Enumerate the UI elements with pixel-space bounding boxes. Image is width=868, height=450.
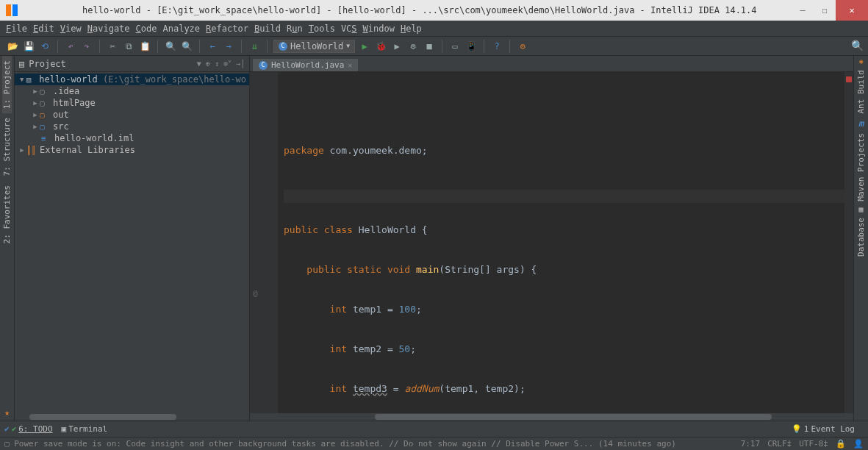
tool-terminal[interactable]: ▣ Terminal [62, 424, 108, 434]
status-caret-pos[interactable]: 7:17 [741, 439, 761, 449]
gear-icon[interactable]: ✻˅ [223, 60, 232, 68]
error-marker-icon[interactable] [846, 76, 852, 82]
maven-m-icon[interactable]: m [858, 118, 864, 129]
gutter: @ [250, 72, 278, 413]
menu-help[interactable]: Help [401, 24, 422, 34]
menu-analyze[interactable]: Analyze [163, 24, 201, 34]
run-config-dropdown[interactable]: C HelloWorld ▼ [273, 40, 355, 53]
tree-item-src[interactable]: ▶▢src [15, 121, 249, 132]
tool-ant[interactable]: Ant Build [856, 65, 866, 118]
collapse-icon[interactable]: ↕ [215, 60, 219, 68]
scrollbar-thumb[interactable] [29, 414, 176, 420]
sync-icon[interactable]: ⟲ [38, 40, 51, 53]
code-area[interactable]: package com.youmeek.demo; public class H… [278, 72, 844, 413]
find-icon[interactable]: 🔍 [164, 40, 177, 53]
project-panel-title: Project [29, 59, 193, 69]
replace-icon[interactable]: 🔍 [180, 40, 193, 53]
make-icon[interactable]: ⇊ [248, 40, 261, 53]
titlebar: hello-world - [E:\git_work_space\hello-w… [0, 0, 868, 21]
undo-icon[interactable]: ↶ [64, 40, 77, 53]
project-icon: ▤ [19, 59, 24, 69]
tool-project[interactable]: 1: Project [2, 56, 12, 113]
editor-area: C HelloWorld.java ✕ @ package com.youmee… [250, 56, 853, 421]
statusbar-icon[interactable]: ▢ [4, 439, 10, 449]
hector-icon[interactable]: 👤 [853, 439, 864, 449]
profiler-icon[interactable]: ⚙ [406, 40, 420, 53]
tool-structure[interactable]: 7: Structure [2, 113, 12, 180]
minimize-button[interactable]: — [792, 0, 814, 21]
maximize-button[interactable]: ☐ [814, 0, 836, 21]
tool-database[interactable]: Database [856, 213, 866, 261]
tab-helloworld[interactable]: C HelloWorld.java ✕ [253, 59, 358, 71]
override-gutter-icon[interactable]: @ [253, 288, 258, 298]
scrollbar-thumb[interactable] [375, 414, 772, 420]
tree-item-htmlpage[interactable]: ▶▢htmlPage [15, 97, 249, 109]
tool-todo[interactable]: ✔✔ 6: TODO [4, 424, 53, 434]
open-icon[interactable]: 📂 [6, 40, 19, 53]
chevron-down-icon: ▼ [346, 43, 350, 49]
class-icon: C [259, 61, 268, 70]
tree-item-iml[interactable]: ≡hello-world.iml [15, 132, 249, 144]
close-window-button[interactable]: ✕ [836, 0, 868, 21]
tool-favorites[interactable]: 2: Favorites [2, 181, 12, 248]
bottom-tool-stripe: ✔✔ 6: TODO ▣ Terminal 💡1 Event Log [0, 421, 868, 437]
error-stripe[interactable] [844, 72, 853, 413]
menu-navigate[interactable]: Navigate [87, 24, 130, 34]
tool-eventlog[interactable]: 💡1 Event Log [792, 424, 855, 434]
tree-item-idea[interactable]: ▶▢.idea [15, 85, 249, 97]
favorite-star-icon: ★ [4, 407, 10, 418]
menu-code[interactable]: Code [136, 24, 157, 34]
menu-refactor[interactable]: Refactor [206, 24, 248, 34]
hide-icon[interactable]: →│ [236, 60, 245, 68]
menu-build[interactable]: Build [254, 24, 281, 34]
cut-icon[interactable]: ✂ [106, 40, 119, 53]
database-icon[interactable]: ▦ [858, 205, 863, 213]
window-title: hello-world - [E:\git_work_space\hello-w… [24, 5, 792, 15]
sdk-icon[interactable]: 📱 [465, 40, 478, 53]
tree-root[interactable]: ▼▧ hello-world (E:\git_work_space\hello-… [15, 74, 249, 85]
save-icon[interactable]: 💾 [22, 40, 35, 53]
project-panel-header: ▤ Project ▼ ⊕ ↕ ✻˅ →│ [15, 56, 249, 72]
debug-icon[interactable]: 🐞 [374, 40, 387, 53]
class-icon: C [279, 42, 287, 51]
run-icon[interactable]: ▶ [358, 40, 371, 53]
svg-rect-1 [12, 4, 18, 16]
status-message[interactable]: Power save mode is on: Code insight and … [14, 439, 676, 449]
tree-item-out[interactable]: ▶▢out [15, 109, 249, 121]
status-line-sep[interactable]: CRLF‡ [767, 439, 792, 449]
structure-icon[interactable]: ⚙ [516, 40, 529, 53]
redo-icon[interactable]: ↷ [80, 40, 93, 53]
editor[interactable]: @ package com.youmeek.demo; public class… [250, 72, 853, 413]
close-tab-icon[interactable]: ✕ [348, 61, 352, 69]
menu-file[interactable]: File [6, 24, 27, 34]
avd-icon[interactable]: ▭ [448, 40, 462, 53]
right-tool-stripe: ✱ Ant Build m Maven Projects ▦ Database [853, 56, 868, 421]
copy-icon[interactable]: ⧉ [122, 40, 135, 53]
status-encoding[interactable]: UTF-8‡ [799, 439, 828, 449]
paste-icon[interactable]: 📋 [138, 40, 151, 53]
ant-icon[interactable]: ✱ [858, 57, 863, 65]
menu-vcs[interactable]: VCS [341, 24, 357, 34]
tree-item-external[interactable]: ▶║║External Libraries [15, 144, 249, 156]
project-tree: ▼▧ hello-world (E:\git_work_space\hello-… [15, 72, 249, 413]
scroll-target-icon[interactable]: ⊕ [206, 60, 210, 68]
menu-window[interactable]: Window [363, 24, 395, 34]
lock-icon[interactable]: 🔒 [836, 439, 846, 449]
menu-edit[interactable]: Edit [33, 24, 54, 34]
coverage-icon[interactable]: ▶ [390, 40, 403, 53]
menu-run[interactable]: Run [287, 24, 303, 34]
app-logo-icon [4, 3, 19, 18]
help-icon[interactable]: ? [490, 40, 503, 53]
chevron-down-icon[interactable]: ▼ [197, 60, 201, 68]
statusbar: ▢ Power save mode is on: Code insight an… [0, 437, 868, 450]
editor-tabs: C HelloWorld.java ✕ [250, 56, 853, 72]
stop-icon[interactable]: ■ [423, 40, 436, 53]
tool-maven[interactable]: Maven Projects [856, 129, 866, 206]
search-everywhere-icon[interactable]: 🔍 [851, 40, 864, 51]
project-panel: ▤ Project ▼ ⊕ ↕ ✻˅ →│ ▼▧ hello-world (E:… [15, 56, 250, 421]
menu-tools[interactable]: Tools [309, 24, 335, 34]
menu-view[interactable]: View [60, 24, 82, 34]
left-tool-stripe: 1: Project 7: Structure 2: Favorites ★ [0, 56, 15, 421]
back-icon[interactable]: ← [206, 40, 219, 53]
forward-icon[interactable]: → [222, 40, 235, 53]
